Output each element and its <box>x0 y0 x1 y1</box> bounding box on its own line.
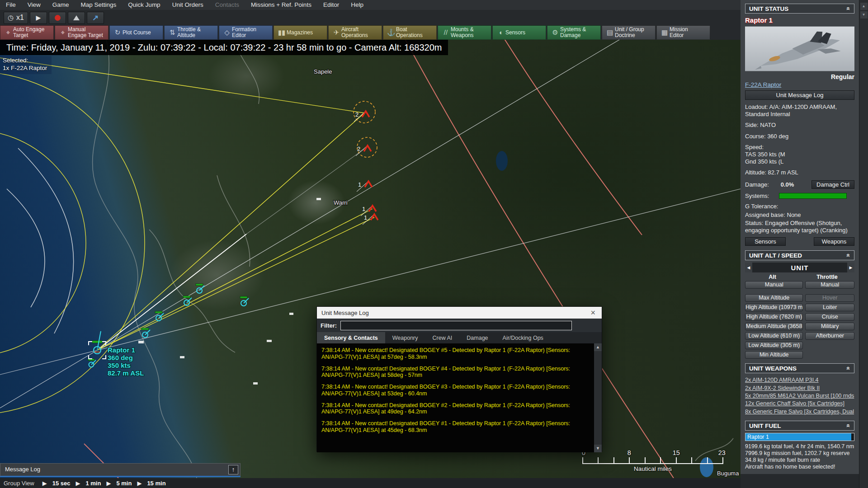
weapon-link[interactable]: 8x Generic Flare Salvo [3x Cartridges, D… <box>745 408 854 415</box>
weapon-link[interactable]: 2x AIM-120D AMRAAM P3I.4 <box>745 377 854 383</box>
friendly-unit-icon[interactable] <box>88 359 96 367</box>
collapse-chevron-icon[interactable]: « <box>845 366 852 370</box>
medium-altitude-button[interactable]: Medium Altitude (3658 <box>745 323 803 330</box>
prev-unit-button[interactable]: ◄ <box>745 263 752 272</box>
unit-status-header[interactable]: UNIT STATUS « <box>745 4 854 14</box>
low-altitude-610-button[interactable]: Low Altitude (610 m) <box>745 332 803 340</box>
contact-count-label: 2 <box>355 111 359 118</box>
message-log-expand-button[interactable]: ↑ <box>228 465 238 474</box>
group-view-toggle[interactable]: Group View <box>4 480 34 487</box>
alt-manual-button[interactable]: Manual <box>745 281 803 289</box>
time-compression-button[interactable]: ◷ x1 <box>4 12 28 24</box>
message-log-bar[interactable]: Message Log ↑ <box>0 463 241 477</box>
menu-editor[interactable]: Editor <box>317 0 345 10</box>
tab-air-docking-ops[interactable]: Air/Docking Ops <box>495 332 551 343</box>
afterburner-button[interactable]: Afterburner <box>805 332 854 340</box>
next-unit-button[interactable]: ► <box>847 263 854 272</box>
max-altitude-button[interactable]: Max Altitude <box>745 294 803 302</box>
tab-crew-ai[interactable]: Crew AI <box>425 332 460 343</box>
unit-weapons-header[interactable]: UNIT WEAPONS « <box>745 363 854 373</box>
play-button[interactable]: ▶ <box>30 12 47 24</box>
jump-button[interactable]: ↗ <box>87 12 104 24</box>
low-altitude-305-button[interactable]: Low Altitude (305 m) <box>745 342 803 349</box>
menu-file[interactable]: File <box>0 0 22 10</box>
record-button[interactable] <box>49 12 66 24</box>
sidebar-scrollbar[interactable]: ▲ ▼ <box>859 0 868 488</box>
friendly-unit-icon[interactable] <box>155 311 164 321</box>
fuel-unit-selected[interactable]: Raptor 1 <box>745 433 851 441</box>
tab-weaponry[interactable]: Weaponry <box>385 332 425 343</box>
close-icon[interactable]: × <box>589 309 597 317</box>
throttle-manual-button[interactable]: Manual <box>805 281 854 289</box>
weapon-link[interactable]: 5x 20mm/85 M61A2 Vulcan Burst [100 rnds <box>745 393 854 399</box>
assigned-base-text: Assigned base: None <box>745 211 854 219</box>
aircraft-icon: ✈ <box>331 29 341 36</box>
unit-fuel-header[interactable]: UNIT FUEL « <box>745 421 854 431</box>
friendly-unit-icon[interactable] <box>142 328 150 338</box>
aircraft-operations-button[interactable]: ✈ AircraftOperations <box>328 25 382 40</box>
menu-missions-ref-points[interactable]: Missions + Ref. Points <box>245 0 317 10</box>
tab-damage[interactable]: Damage <box>459 332 495 343</box>
formation-editor-button[interactable]: ◇ FormationEditor <box>219 25 273 40</box>
speed-option-15sec[interactable]: 15 sec <box>52 480 71 487</box>
sidebar-scroll-down-icon[interactable]: ▼ <box>860 11 868 19</box>
menu-game[interactable]: Game <box>47 0 75 10</box>
unit-alt-speed-header[interactable]: UNIT ALT / SPEED « <box>745 250 854 260</box>
min-altitude-button[interactable]: Min Altitude <box>745 351 803 359</box>
unit-group-doctrine-button[interactable]: ▤ Unit / GroupDoctrine <box>602 25 656 40</box>
weapon-link[interactable]: 2x AIM-9X-2 Sidewinder Blk II <box>745 385 854 391</box>
systems-row: Systems: <box>745 192 854 199</box>
speed-tas: TAS 350 kts (M <box>745 151 854 158</box>
scroll-up-icon[interactable]: ▲ <box>594 343 602 351</box>
dialog-scrollbar[interactable]: ▲ ▼ <box>594 343 602 452</box>
boat-operations-button[interactable]: ⚓ BoatOperations <box>383 25 437 40</box>
scroll-down-icon[interactable]: ▼ <box>594 445 602 452</box>
speed-option-5min[interactable]: 5 min <box>116 480 132 487</box>
button-label: Editor <box>670 33 688 38</box>
speed-option-1min[interactable]: 1 min <box>85 480 101 487</box>
selected-value: 1x F-22A Raptor <box>3 65 47 72</box>
loiter-button[interactable]: Loiter <box>805 304 854 311</box>
cruise-button[interactable]: Cruise <box>805 313 854 321</box>
manual-engage-target-button[interactable]: ⌖ ManualEngage Target <box>55 25 108 40</box>
menu-unit-orders[interactable]: Unit Orders <box>166 0 209 10</box>
time-step-button[interactable] <box>68 12 85 24</box>
systems-damage-button[interactable]: ⚙ Systems &Damage <box>547 25 601 40</box>
sensors-button[interactable]: ◖ Sensors <box>492 25 546 40</box>
mission-editor-button[interactable]: ▦ MissionEditor <box>656 25 710 40</box>
section-title: UNIT WEAPONS <box>749 365 797 372</box>
mounts-weapons-button[interactable]: // Mounts &Weapons <box>438 25 491 40</box>
unit-message-log-button[interactable]: Unit Message Log <box>745 90 854 100</box>
friendly-unit-icon[interactable] <box>240 296 249 306</box>
menu-view[interactable]: View <box>22 0 47 10</box>
toolbar: ⌖ Auto EngageTarget ⌖ ManualEngage Targe… <box>0 25 741 40</box>
throttle-altitude-button[interactable]: ⇅ Throttle &Altitude <box>164 25 218 40</box>
menu-help[interactable]: Help <box>345 0 369 10</box>
plot-course-button[interactable]: ↻ Plot Course <box>109 25 163 40</box>
auto-engage-target-button[interactable]: ⌖ Auto EngageTarget <box>0 25 54 40</box>
weapon-link[interactable]: 12x Generic Chaff Salvo [5x Cartridges] <box>745 400 854 407</box>
military-button[interactable]: Military <box>805 323 854 330</box>
tab-sensory-contacts[interactable]: Sensory & Contacts <box>317 332 385 343</box>
menu-map-settings[interactable]: Map Settings <box>75 0 123 10</box>
filter-input[interactable] <box>340 321 572 330</box>
sensors-panel-button[interactable]: Sensors <box>745 237 786 246</box>
sidebar-scroll-up-icon[interactable]: ▲ <box>860 3 868 10</box>
tactical-map[interactable]: 2 2 1 1 1 <box>0 40 741 478</box>
unit-type-link[interactable]: F-22A Raptor <box>745 81 854 88</box>
dialog-title-bar[interactable]: Unit Message Log × <box>317 307 602 319</box>
high-altitude-7620-button[interactable]: High Altitude (7620 m) <box>745 313 803 321</box>
systems-health-bar <box>779 193 847 199</box>
collapse-chevron-icon[interactable]: « <box>845 7 852 10</box>
magazines-button[interactable]: ▮▮ Magazines <box>274 25 327 40</box>
bottom-status-bar: Group View ▶ 15 sec ▶ 1 min ▶ 5 min ▶ 15… <box>0 478 741 488</box>
collapse-chevron-icon[interactable]: « <box>845 253 852 257</box>
collapse-chevron-icon[interactable]: « <box>845 424 852 427</box>
weapons-panel-button[interactable]: Weapons <box>814 237 854 246</box>
friendly-unit-icon[interactable] <box>196 284 204 293</box>
menu-quick-jump[interactable]: Quick Jump <box>122 0 166 10</box>
damage-ctrl-button[interactable]: Damage Ctrl <box>811 180 854 189</box>
speed-option-15min[interactable]: 15 min <box>147 480 165 487</box>
friendly-unit-icon[interactable] <box>183 296 192 305</box>
high-altitude-10973-button[interactable]: High Altitude (10973 m <box>745 304 803 311</box>
